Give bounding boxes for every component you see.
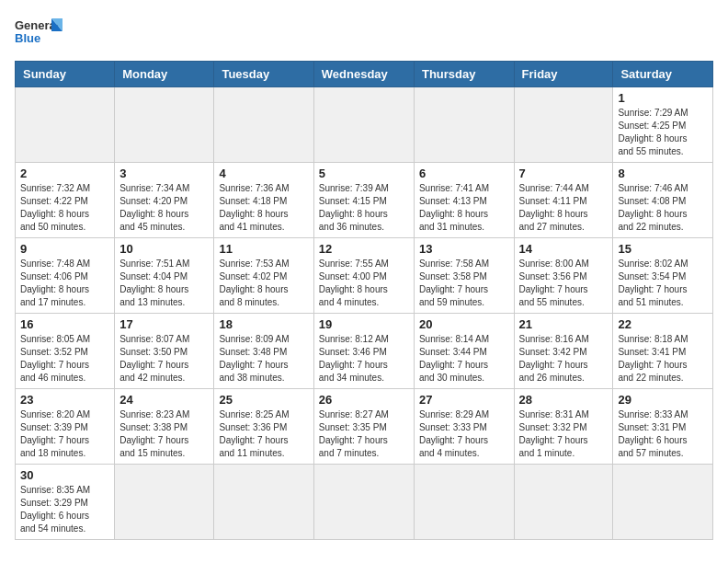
svg-text:Blue: Blue xyxy=(15,31,40,45)
day-cell: 12Sunrise: 7:55 AM Sunset: 4:00 PM Dayli… xyxy=(313,238,414,314)
day-info: Sunrise: 8:07 AM Sunset: 3:50 PM Dayligh… xyxy=(119,333,209,385)
day-number: 24 xyxy=(119,393,209,407)
day-info: Sunrise: 8:12 AM Sunset: 3:46 PM Dayligh… xyxy=(319,333,409,385)
day-info: Sunrise: 8:16 AM Sunset: 3:42 PM Dayligh… xyxy=(519,333,609,385)
day-info: Sunrise: 8:09 AM Sunset: 3:48 PM Dayligh… xyxy=(219,333,308,385)
day-info: Sunrise: 7:39 AM Sunset: 4:15 PM Dayligh… xyxy=(319,182,409,234)
day-info: Sunrise: 8:18 AM Sunset: 3:41 PM Dayligh… xyxy=(618,333,708,385)
day-info: Sunrise: 7:46 AM Sunset: 4:08 PM Dayligh… xyxy=(618,182,708,234)
day-info: Sunrise: 7:55 AM Sunset: 4:00 PM Dayligh… xyxy=(319,258,409,309)
header-cell-saturday: Saturday xyxy=(613,62,713,87)
day-number: 4 xyxy=(219,167,308,180)
day-number: 25 xyxy=(219,393,308,407)
day-info: Sunrise: 7:58 AM Sunset: 3:58 PM Dayligh… xyxy=(419,258,509,309)
day-cell: 17Sunrise: 8:07 AM Sunset: 3:50 PM Dayli… xyxy=(115,314,214,389)
day-number: 20 xyxy=(419,317,509,331)
day-number: 21 xyxy=(519,317,609,331)
day-cell: 14Sunrise: 8:00 AM Sunset: 3:56 PM Dayli… xyxy=(514,238,613,314)
day-number: 26 xyxy=(319,393,409,407)
day-number: 16 xyxy=(20,317,109,331)
day-info: Sunrise: 8:27 AM Sunset: 3:35 PM Dayligh… xyxy=(319,408,409,460)
day-cell: 9Sunrise: 7:48 AM Sunset: 4:06 PM Daylig… xyxy=(16,238,115,314)
day-cell: 16Sunrise: 8:05 AM Sunset: 3:52 PM Dayli… xyxy=(16,314,115,389)
day-info: Sunrise: 8:29 AM Sunset: 3:33 PM Dayligh… xyxy=(419,408,509,460)
day-number: 9 xyxy=(20,242,109,256)
day-number: 8 xyxy=(618,167,708,180)
day-cell: 3Sunrise: 7:34 AM Sunset: 4:20 PM Daylig… xyxy=(115,163,214,238)
day-cell: 11Sunrise: 7:53 AM Sunset: 4:02 PM Dayli… xyxy=(214,238,313,314)
header-cell-sunday: Sunday xyxy=(16,62,115,87)
day-info: Sunrise: 8:05 AM Sunset: 3:52 PM Dayligh… xyxy=(20,333,109,385)
day-number: 5 xyxy=(319,167,409,180)
day-cell: 24Sunrise: 8:23 AM Sunset: 3:38 PM Dayli… xyxy=(115,389,214,465)
day-info: Sunrise: 8:20 AM Sunset: 3:39 PM Dayligh… xyxy=(20,408,109,460)
day-number: 17 xyxy=(119,317,209,331)
day-info: Sunrise: 7:53 AM Sunset: 4:02 PM Dayligh… xyxy=(219,258,308,309)
day-cell: 10Sunrise: 7:51 AM Sunset: 4:04 PM Dayli… xyxy=(115,238,214,314)
week-row-6: 30Sunrise: 8:35 AM Sunset: 3:29 PM Dayli… xyxy=(16,465,713,540)
day-cell: 4Sunrise: 7:36 AM Sunset: 4:18 PM Daylig… xyxy=(214,163,313,238)
day-number: 18 xyxy=(219,317,308,331)
day-cell xyxy=(115,87,214,163)
week-row-4: 16Sunrise: 8:05 AM Sunset: 3:52 PM Dayli… xyxy=(16,314,713,389)
day-cell xyxy=(214,87,313,163)
day-info: Sunrise: 7:44 AM Sunset: 4:11 PM Dayligh… xyxy=(519,182,609,234)
day-cell: 27Sunrise: 8:29 AM Sunset: 3:33 PM Dayli… xyxy=(414,389,514,465)
day-number: 2 xyxy=(20,167,109,180)
calendar-body: 1Sunrise: 7:29 AM Sunset: 4:25 PM Daylig… xyxy=(16,87,713,540)
day-info: Sunrise: 8:00 AM Sunset: 3:56 PM Dayligh… xyxy=(519,258,609,309)
day-cell: 13Sunrise: 7:58 AM Sunset: 3:58 PM Dayli… xyxy=(414,238,514,314)
day-number: 30 xyxy=(20,468,109,482)
day-cell: 21Sunrise: 8:16 AM Sunset: 3:42 PM Dayli… xyxy=(514,314,613,389)
day-info: Sunrise: 7:41 AM Sunset: 4:13 PM Dayligh… xyxy=(419,182,509,234)
day-cell xyxy=(514,465,613,540)
day-number: 27 xyxy=(419,393,509,407)
day-info: Sunrise: 7:34 AM Sunset: 4:20 PM Dayligh… xyxy=(119,182,209,234)
day-cell: 26Sunrise: 8:27 AM Sunset: 3:35 PM Dayli… xyxy=(313,389,414,465)
day-cell xyxy=(16,87,115,163)
day-number: 7 xyxy=(519,167,609,180)
day-cell: 2Sunrise: 7:32 AM Sunset: 4:22 PM Daylig… xyxy=(16,163,115,238)
day-number: 23 xyxy=(20,393,109,407)
header-cell-thursday: Thursday xyxy=(414,62,514,87)
week-row-2: 2Sunrise: 7:32 AM Sunset: 4:22 PM Daylig… xyxy=(16,163,713,238)
day-number: 6 xyxy=(419,167,509,180)
logo-icon: GeneralBlue xyxy=(15,15,63,53)
day-cell xyxy=(313,465,414,540)
header-cell-monday: Monday xyxy=(115,62,214,87)
day-cell xyxy=(514,87,613,163)
day-info: Sunrise: 7:36 AM Sunset: 4:18 PM Dayligh… xyxy=(219,182,308,234)
day-cell: 22Sunrise: 8:18 AM Sunset: 3:41 PM Dayli… xyxy=(613,314,713,389)
day-cell: 20Sunrise: 8:14 AM Sunset: 3:44 PM Dayli… xyxy=(414,314,514,389)
day-info: Sunrise: 7:51 AM Sunset: 4:04 PM Dayligh… xyxy=(119,258,209,309)
day-cell: 8Sunrise: 7:46 AM Sunset: 4:08 PM Daylig… xyxy=(613,163,713,238)
day-cell: 5Sunrise: 7:39 AM Sunset: 4:15 PM Daylig… xyxy=(313,163,414,238)
header-cell-wednesday: Wednesday xyxy=(313,62,414,87)
day-cell xyxy=(414,87,514,163)
day-number: 12 xyxy=(319,242,409,256)
logo: GeneralBlue xyxy=(15,15,63,53)
week-row-5: 23Sunrise: 8:20 AM Sunset: 3:39 PM Dayli… xyxy=(16,389,713,465)
day-cell: 30Sunrise: 8:35 AM Sunset: 3:29 PM Dayli… xyxy=(16,465,115,540)
day-number: 10 xyxy=(119,242,209,256)
week-row-3: 9Sunrise: 7:48 AM Sunset: 4:06 PM Daylig… xyxy=(16,238,713,314)
day-info: Sunrise: 7:32 AM Sunset: 4:22 PM Dayligh… xyxy=(20,182,109,234)
day-cell: 1Sunrise: 7:29 AM Sunset: 4:25 PM Daylig… xyxy=(613,87,713,163)
day-cell: 7Sunrise: 7:44 AM Sunset: 4:11 PM Daylig… xyxy=(514,163,613,238)
header-row: SundayMondayTuesdayWednesdayThursdayFrid… xyxy=(16,62,713,87)
day-cell: 28Sunrise: 8:31 AM Sunset: 3:32 PM Dayli… xyxy=(514,389,613,465)
day-cell xyxy=(115,465,214,540)
day-info: Sunrise: 8:35 AM Sunset: 3:29 PM Dayligh… xyxy=(20,484,109,535)
header: GeneralBlue xyxy=(15,15,713,53)
day-cell: 6Sunrise: 7:41 AM Sunset: 4:13 PM Daylig… xyxy=(414,163,514,238)
day-info: Sunrise: 8:23 AM Sunset: 3:38 PM Dayligh… xyxy=(119,408,209,460)
day-number: 28 xyxy=(519,393,609,407)
header-cell-friday: Friday xyxy=(514,62,613,87)
day-number: 29 xyxy=(618,393,708,407)
day-number: 3 xyxy=(119,167,209,180)
day-cell xyxy=(613,465,713,540)
day-cell: 18Sunrise: 8:09 AM Sunset: 3:48 PM Dayli… xyxy=(214,314,313,389)
day-number: 13 xyxy=(419,242,509,256)
day-cell xyxy=(414,465,514,540)
calendar-table: SundayMondayTuesdayWednesdayThursdayFrid… xyxy=(15,61,713,540)
